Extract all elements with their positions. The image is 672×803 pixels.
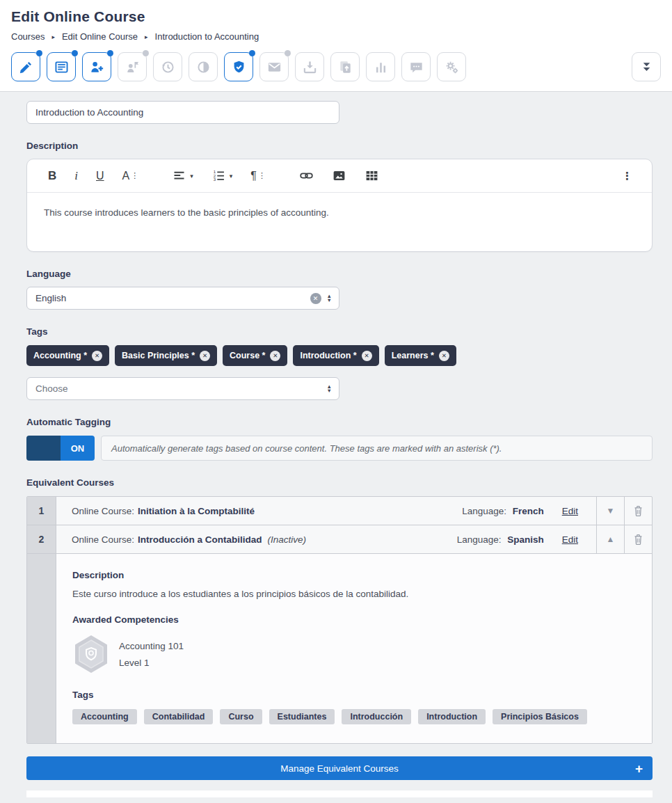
bar-chart-icon [373,59,389,75]
insert-image-button[interactable] [332,168,346,183]
insert-table-button[interactable] [365,168,379,183]
user-flag-icon [125,59,141,75]
language-label: Language: [457,534,502,545]
text-format-label: A [122,170,130,182]
competency-level: Level 1 [119,658,184,668]
ordered-list-icon: 123 [211,168,226,183]
automatic-tagging-hint: Automatically generate tags based on cou… [101,436,653,461]
align-button[interactable]: ▾ [172,168,193,183]
delete-row-button[interactable] [624,525,652,553]
dots-icon: ⋮ [131,171,138,180]
notification-dot [249,50,255,56]
italic-button[interactable]: i [74,169,78,183]
tag-pill: Basic Principles *✕ [115,345,217,366]
toggle-off-segment [26,436,61,461]
automatic-tagging-label: Automatic Tagging [26,417,653,427]
underline-button[interactable]: U [96,170,104,182]
course-name: Initiation à la Comptabilité [138,506,255,516]
chevron-down-icon: ▾ [190,173,193,180]
expand-row-button[interactable]: ▼ [596,497,624,525]
link-icon [299,168,314,183]
table-row: 1 Online Course: Initiation à la Comptab… [27,497,652,525]
manage-button-label: Manage Equivalent Courses [280,763,399,774]
breadcrumb-edit-online-course[interactable]: Edit Online Course [62,31,138,42]
chevron-down-icon: ▾ [230,173,233,180]
user-flag-tab-button[interactable] [118,52,147,81]
edit-link[interactable]: Edit [562,506,578,516]
email-tab-button[interactable] [259,52,289,81]
copy-upload-tab-button[interactable] [330,52,360,81]
breadcrumb-separator-icon: ▸ [145,33,148,40]
tag-label: Introduction * [300,351,356,360]
collapse-row-button[interactable]: ▲ [596,525,624,553]
text-format-button[interactable]: A⋮ [122,170,139,182]
tag-pill: Contabilidad [144,709,214,724]
panel-tags-label: Tags [72,690,635,700]
settings-tab-button[interactable] [437,52,466,81]
breadcrumb-courses[interactable]: Courses [11,31,45,42]
import-tray-icon [302,59,318,75]
ordered-list-button[interactable]: 123 ▾ [211,168,233,183]
remove-tag-icon[interactable]: ✕ [362,351,372,361]
collapse-toolbar-button[interactable] [632,52,661,81]
remove-tag-icon[interactable]: ✕ [439,351,449,361]
language-label: Language [26,269,653,279]
add-tag-select[interactable]: Choose ▲▼ [26,377,339,400]
bold-button[interactable]: B [48,169,56,183]
dots-icon: ⋮ [258,171,266,180]
details-tab-button[interactable] [47,52,76,81]
automatic-tagging-toggle[interactable]: ON [26,436,95,461]
page-header: Edit Online Course Courses ▸ Edit Online… [0,0,672,92]
row-language: Language: French [462,506,544,516]
tag-pill: Course *✕ [223,345,287,366]
panel-body: Description Este curso introduce a los e… [56,554,652,743]
comments-icon [408,59,424,75]
stepper-icon[interactable]: ▲▼ [327,385,332,393]
image-icon [332,168,346,183]
paragraph-format-button[interactable]: ¶⋮ [250,170,266,182]
course-toolbar [11,52,661,81]
plus-icon: + [635,762,643,775]
import-tab-button[interactable] [295,52,324,81]
notification-dot [143,50,149,56]
automatic-tagging-row: ON Automatically generate tags based on … [26,436,653,461]
enrollment-tab-button[interactable] [82,52,111,81]
notification-dot [72,50,78,56]
email-icon [266,59,282,75]
competency-badge-icon [72,634,110,674]
remove-tag-icon[interactable]: ✕ [270,351,280,361]
edit-link[interactable]: Edit [562,534,578,545]
bottom-strip [26,790,653,797]
remove-tag-icon[interactable]: ✕ [200,351,210,361]
stepper-icon[interactable]: ▲▼ [327,294,332,303]
course-title-input[interactable] [26,101,339,124]
remove-tag-icon[interactable]: ✕ [92,351,102,361]
history-tab-button[interactable] [153,52,182,81]
contrast-tab-button[interactable] [189,52,218,81]
competency-item: Accounting 101 Level 1 [72,634,635,674]
language-select[interactable]: English ✕ ▲▼ [26,287,339,310]
edit-tab-button[interactable] [11,52,40,81]
tag-label: Learners * [392,351,434,360]
manage-equivalent-courses-button[interactable]: Manage Equivalent Courses + [26,756,653,780]
insert-link-button[interactable] [299,168,314,183]
tag-pill: Accounting *✕ [26,345,109,366]
row-main-cell: Online Course: Initiation à la Comptabil… [56,497,596,525]
description-content[interactable]: This course introduces learners to the b… [27,193,652,251]
editor-more-button[interactable]: ⋮ [622,170,632,182]
toggle-on-segment: ON [61,436,95,461]
notification-dot [285,50,291,56]
tag-pill-list: Accounting *✕ Basic Principles *✕ Course… [26,345,653,366]
tag-pill: Accounting [72,709,137,724]
clear-icon[interactable]: ✕ [310,293,321,304]
trash-icon [632,504,644,518]
course-type-label: Online Course: [72,534,134,545]
history-icon [160,59,176,75]
comments-tab-button[interactable] [401,52,431,81]
statistics-tab-button[interactable] [366,52,395,81]
security-tab-button[interactable] [224,52,253,81]
delete-row-button[interactable] [624,497,652,525]
tags-label: Tags [26,326,653,337]
row-number: 1 [27,497,56,525]
description-label: Description [26,141,653,151]
